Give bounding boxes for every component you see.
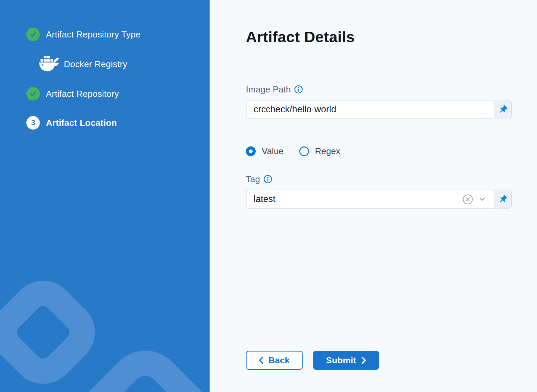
tag-pin-button[interactable] — [494, 190, 511, 208]
step-label: Artifact Repository — [46, 89, 119, 99]
tag-input-group — [246, 190, 512, 209]
substep-docker-registry[interactable]: Docker Registry — [38, 55, 209, 74]
radio-regex-label: Regex — [315, 146, 340, 157]
wizard-stepper-sidebar: Artifact Repository Type Docker Registry… — [0, 0, 210, 392]
radio-value-label: Value — [262, 146, 284, 157]
docker-whale-icon — [38, 55, 60, 74]
tag-mode-radio-group: Value Regex — [246, 146, 537, 157]
pin-icon — [498, 194, 508, 204]
tag-input-wrap — [246, 190, 494, 208]
info-icon[interactable] — [263, 175, 272, 184]
chevron-left-icon — [259, 357, 263, 364]
step-label: Artifact Location — [46, 118, 117, 128]
image-path-label: Image Path — [246, 84, 291, 95]
tag-input[interactable] — [254, 194, 460, 204]
image-path-input-wrap — [246, 100, 494, 119]
chevron-down-icon — [478, 195, 486, 203]
tag-label: Tag — [246, 174, 260, 185]
brand-watermark — [0, 257, 209, 392]
tag-label-row: Tag — [246, 174, 537, 184]
radio-option-value[interactable]: Value — [246, 146, 284, 157]
radio-selected-icon[interactable] — [246, 146, 256, 156]
step-artifact-repository-type[interactable]: Artifact Repository Type — [26, 28, 209, 41]
clear-circle-icon — [462, 194, 474, 205]
step-complete-badge — [26, 87, 40, 101]
pin-icon — [498, 105, 508, 115]
radio-unselected-icon[interactable] — [299, 146, 309, 156]
image-path-pin-button[interactable] — [494, 100, 511, 119]
artifact-details-panel: Artifact Details Image Path Value Regex — [210, 0, 537, 392]
back-button[interactable]: Back — [246, 351, 303, 370]
image-path-input-group — [246, 100, 512, 119]
image-path-input[interactable] — [254, 104, 489, 115]
check-icon — [29, 30, 37, 38]
back-button-label: Back — [268, 355, 290, 366]
step-number-badge: 3 — [26, 116, 40, 130]
chevron-right-icon — [361, 357, 366, 364]
submit-button[interactable]: Submit — [313, 351, 379, 370]
check-icon — [29, 90, 37, 98]
page-title: Artifact Details — [246, 28, 537, 46]
step-artifact-location[interactable]: 3 Artifact Location — [26, 116, 209, 130]
image-path-label-row: Image Path — [246, 84, 537, 94]
info-icon[interactable] — [294, 85, 303, 94]
step-complete-badge — [26, 28, 40, 41]
substep-label: Docker Registry — [64, 59, 127, 69]
submit-button-label: Submit — [326, 355, 356, 366]
step-label: Artifact Repository Type — [46, 29, 140, 40]
radio-option-regex[interactable]: Regex — [299, 146, 340, 157]
tag-clear-button[interactable] — [460, 194, 475, 205]
step-artifact-repository[interactable]: Artifact Repository — [26, 87, 209, 101]
tag-dropdown-button[interactable] — [475, 195, 489, 203]
wizard-footer: Back Submit — [246, 351, 379, 370]
